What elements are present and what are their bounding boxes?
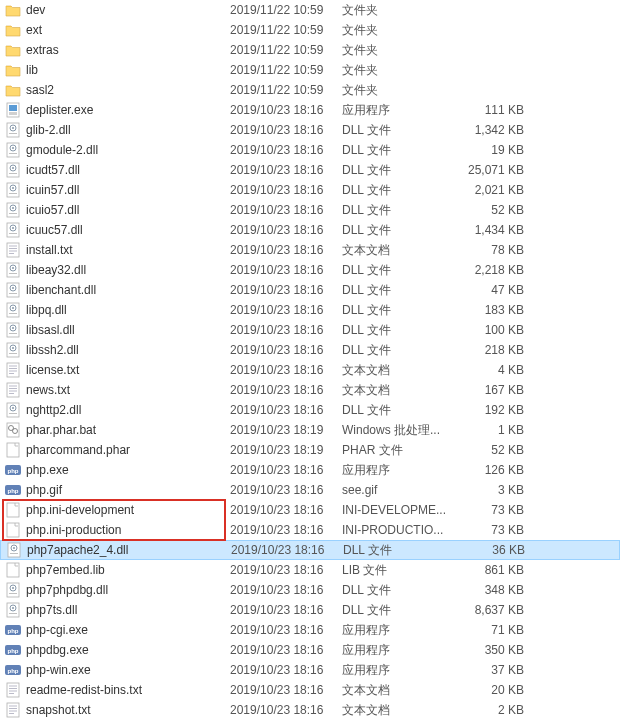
file-type: DLL 文件: [342, 182, 460, 199]
file-date: 2019/10/23 18:16: [230, 703, 342, 717]
file-row[interactable]: libssh2.dll2019/10/23 18:16DLL 文件218 KB: [0, 340, 620, 360]
svg-point-34: [12, 267, 14, 269]
file-row[interactable]: pharcommand.phar2019/10/23 18:19PHAR 文件5…: [0, 440, 620, 460]
svg-rect-75: [7, 523, 19, 537]
folder-icon: [4, 22, 22, 38]
file-type: DLL 文件: [342, 202, 460, 219]
file-row[interactable]: libpq.dll2019/10/23 18:16DLL 文件183 KB: [0, 300, 620, 320]
file-row[interactable]: glib-2.dll2019/10/23 18:16DLL 文件1,342 KB: [0, 120, 620, 140]
file-row[interactable]: sasl22019/11/22 10:59文件夹: [0, 80, 620, 100]
file-row[interactable]: extras2019/11/22 10:59文件夹: [0, 40, 620, 60]
file-size: 8,637 KB: [460, 603, 530, 617]
file-size: 71 KB: [460, 623, 530, 637]
file-date: 2019/10/23 18:16: [230, 383, 342, 397]
file-size: 1 KB: [460, 423, 530, 437]
file-name: php7ts.dll: [22, 603, 230, 617]
file-size: 37 KB: [460, 663, 530, 677]
svg-rect-43: [9, 313, 17, 314]
file-row[interactable]: libeay32.dll2019/10/23 18:16DLL 文件2,218 …: [0, 260, 620, 280]
file-date: 2019/10/23 18:19: [230, 443, 342, 457]
file-row[interactable]: php7phpdbg.dll2019/10/23 18:16DLL 文件348 …: [0, 580, 620, 600]
file-row[interactable]: phar.phar.bat2019/10/23 18:19Windows 批处理…: [0, 420, 620, 440]
svg-rect-14: [9, 173, 17, 174]
file-date: 2019/10/23 18:16: [230, 183, 342, 197]
php-icon: php: [4, 662, 22, 678]
file-type: 文件夹: [342, 22, 460, 39]
file-type: DLL 文件: [342, 122, 460, 139]
file-name: php.gif: [22, 483, 230, 497]
file-row[interactable]: install.txt2019/10/23 18:16文本文档78 KB: [0, 240, 620, 260]
file-row[interactable]: phpphp.gif2019/10/23 18:16see.gif3 KB: [0, 480, 620, 500]
file-date: 2019/11/22 10:59: [230, 63, 342, 77]
file-row[interactable]: deplister.exe2019/10/23 18:16应用程序111 KB: [0, 100, 620, 120]
file-row[interactable]: libenchant.dll2019/10/23 18:16DLL 文件47 K…: [0, 280, 620, 300]
file-row[interactable]: lib2019/11/22 10:59文件夹: [0, 60, 620, 80]
file-name: icuin57.dll: [22, 183, 230, 197]
file-size: 126 KB: [460, 463, 530, 477]
svg-rect-88: [9, 613, 17, 614]
file-row[interactable]: nghttp2.dll2019/10/23 18:16DLL 文件192 KB: [0, 400, 620, 420]
file-name: libeay32.dll: [22, 263, 230, 277]
file-row[interactable]: phpphpdbg.exe2019/10/23 18:16应用程序350 KB: [0, 640, 620, 660]
file-name: nghttp2.dll: [22, 403, 230, 417]
file-name: license.txt: [22, 363, 230, 377]
file-row[interactable]: libsasl.dll2019/10/23 18:16DLL 文件100 KB: [0, 320, 620, 340]
svg-point-42: [12, 307, 14, 309]
file-name: icudt57.dll: [22, 163, 230, 177]
file-name: php.exe: [22, 463, 230, 477]
svg-point-38: [12, 287, 14, 289]
dll-icon: [4, 582, 22, 598]
file-row[interactable]: php.ini-development2019/10/23 18:16INI-D…: [0, 500, 620, 520]
file-row[interactable]: icudt57.dll2019/10/23 18:16DLL 文件25,071 …: [0, 160, 620, 180]
file-date: 2019/10/23 18:16: [230, 523, 342, 537]
file-size: 111 KB: [460, 103, 530, 117]
file-size: 2 KB: [460, 703, 530, 717]
file-type: 应用程序: [342, 622, 460, 639]
svg-rect-26: [9, 233, 17, 234]
file-name: readme-redist-bins.txt: [22, 683, 230, 697]
file-date: 2019/10/23 18:16: [230, 483, 342, 497]
file-row[interactable]: phpphp.exe2019/10/23 18:16应用程序126 KB: [0, 460, 620, 480]
svg-rect-69: [7, 443, 19, 457]
file-row[interactable]: snapshot.txt2019/10/23 18:16文本文档2 KB: [0, 700, 620, 719]
file-row[interactable]: icuio57.dll2019/10/23 18:16DLL 文件52 KB: [0, 200, 620, 220]
svg-rect-6: [9, 133, 17, 134]
svg-rect-1: [9, 105, 17, 111]
file-name: php7phpdbg.dll: [22, 583, 230, 597]
folder-icon: [4, 62, 22, 78]
file-size: 167 KB: [460, 383, 530, 397]
file-row[interactable]: phpphp-cgi.exe2019/10/23 18:16应用程序71 KB: [0, 620, 620, 640]
file-row[interactable]: readme-redist-bins.txt2019/10/23 18:16文本…: [0, 680, 620, 700]
file-size: 4 KB: [460, 363, 530, 377]
file-row[interactable]: php7apache2_4.dll2019/10/23 18:16DLL 文件3…: [0, 540, 620, 560]
file-type: DLL 文件: [342, 262, 460, 279]
file-date: 2019/10/23 18:16: [230, 683, 342, 697]
file-type: DLL 文件: [342, 222, 460, 239]
file-size: 52 KB: [460, 203, 530, 217]
file-name: ext: [22, 23, 230, 37]
file-row[interactable]: license.txt2019/10/23 18:16文本文档4 KB: [0, 360, 620, 380]
exe-icon: [4, 102, 22, 118]
svg-rect-27: [7, 243, 19, 257]
file-date: 2019/10/23 18:19: [230, 423, 342, 437]
dll-icon: [4, 262, 22, 278]
file-row[interactable]: dev2019/11/22 10:59文件夹: [0, 0, 620, 20]
file-row[interactable]: php.ini-production2019/10/23 18:16INI-PR…: [0, 520, 620, 540]
file-row[interactable]: icuuc57.dll2019/10/23 18:16DLL 文件1,434 K…: [0, 220, 620, 240]
file-name: libenchant.dll: [22, 283, 230, 297]
file-row[interactable]: phpphp-win.exe2019/10/23 18:16应用程序37 KB: [0, 660, 620, 680]
file-row[interactable]: gmodule-2.dll2019/10/23 18:16DLL 文件19 KB: [0, 140, 620, 160]
file-row[interactable]: php7ts.dll2019/10/23 18:16DLL 文件8,637 KB: [0, 600, 620, 620]
file-size: 19 KB: [460, 143, 530, 157]
file-row[interactable]: news.txt2019/10/23 18:16文本文档167 KB: [0, 380, 620, 400]
file-icon: [4, 442, 22, 458]
file-date: 2019/10/23 18:16: [230, 643, 342, 657]
file-type: see.gif: [342, 483, 460, 497]
file-row[interactable]: php7embed.lib2019/10/23 18:16LIB 文件861 K…: [0, 560, 620, 580]
file-size: 348 KB: [460, 583, 530, 597]
file-row[interactable]: icuin57.dll2019/10/23 18:16DLL 文件2,021 K…: [0, 180, 620, 200]
file-row[interactable]: ext2019/11/22 10:59文件夹: [0, 20, 620, 40]
svg-text:php: php: [8, 628, 19, 634]
file-type: 应用程序: [342, 102, 460, 119]
svg-point-17: [12, 187, 14, 189]
